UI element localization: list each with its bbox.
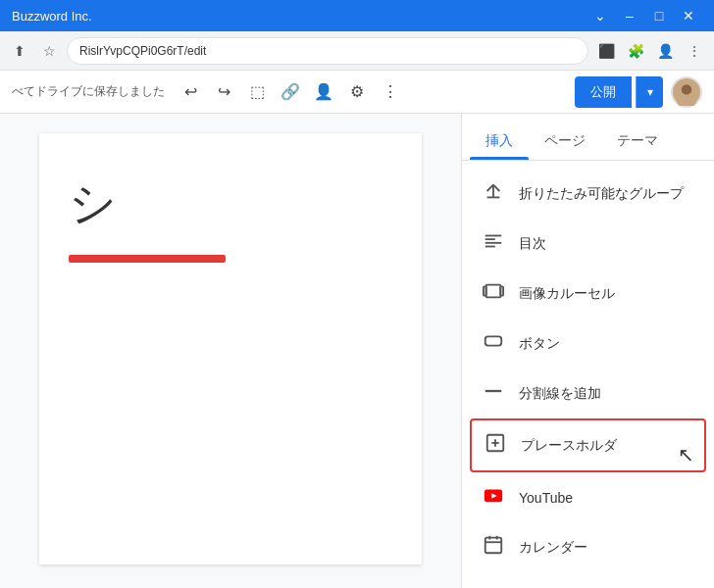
list-item[interactable]: YouTube [462,472,714,522]
svg-rect-21 [485,538,502,554]
toolbar-left: べてドライブに保存しました ↩ ↪ ⬚ 🔗 👤 ⚙ ⋮ [12,76,571,108]
youtube-label: YouTube [519,490,573,506]
minimize-btn[interactable]: – [616,2,643,29]
editor-area: シ [0,114,461,588]
bookmark-icon[interactable]: ☆ [37,39,61,63]
url-text: RislrYvpCQPi0G6rT/edit [79,44,206,58]
save-status: べてドライブに保存しました [12,83,165,100]
tab-insert[interactable]: 挿入 [470,132,529,160]
svg-rect-12 [484,286,486,295]
title-bar-left: Buzzword Inc. [12,9,92,24]
svg-line-5 [493,185,499,191]
undo-button[interactable]: ↩ [175,76,206,108]
carousel-icon [482,280,505,307]
main-area: シ 挿入 ページ テーマ 折りたたみ可能なグループ [0,114,714,588]
add-person-button[interactable]: 👤 [308,76,339,108]
settings-button[interactable]: ⚙ [341,76,373,108]
list-item[interactable]: ボタン [462,318,714,368]
address-bar: ⬆ ☆ RislrYvpCQPi0G6rT/edit ⬛ 🧩 👤 ⋮ [0,31,714,71]
collapse-label: 折りたたみ可能なグループ [519,185,684,203]
svg-rect-13 [500,286,503,295]
svg-rect-14 [485,336,502,345]
maximize-btn[interactable]: □ [645,2,673,29]
user-avatar[interactable] [671,76,702,108]
link-button[interactable]: 🔗 [275,76,306,108]
carousel-label: 画像カルーセル [519,285,615,303]
youtube-icon [482,484,505,511]
panel-items: 折りたたみ可能なグループ 目次 [462,161,714,588]
panel-tabs: 挿入 ページ テーマ [462,114,714,161]
list-item[interactable]: 目次 [462,219,714,269]
button-label: ボタン [519,335,560,353]
extensions-icon[interactable]: 🧩 [624,39,647,63]
more-icon[interactable]: ⋮ [683,39,706,63]
divider-label: 分割線を追加 [519,385,601,403]
placeholder-label: プレースホルダ [521,437,617,455]
toolbar: べてドライブに保存しました ↩ ↪ ⬚ 🔗 👤 ⚙ ⋮ 公開 ▾ [0,71,714,114]
list-item-placeholder[interactable]: プレースホルダ ↖ [470,418,706,472]
window-controls: ⌄ – □ ✕ [586,2,702,29]
red-bar-decoration [69,255,226,263]
svg-line-4 [487,185,493,191]
chevron-btn[interactable]: ⌄ [586,2,614,29]
calendar-icon [482,534,505,561]
list-item[interactable]: 画像カルーセル [462,269,714,318]
collapse-icon [482,180,505,207]
toc-icon [482,230,505,257]
app-title: Buzzword Inc. [12,9,92,24]
page-canvas: シ [39,133,422,564]
svg-rect-11 [486,285,501,298]
cursor-icon: ↖ [678,443,694,466]
toc-label: 目次 [519,235,546,253]
share-icon[interactable]: ⬆ [8,39,31,63]
more-menu-button[interactable]: ⋮ [375,76,406,108]
placeholder-icon [484,432,507,459]
close-btn[interactable]: ✕ [675,2,702,29]
list-item[interactable]: 折りたたみ可能なグループ [462,169,714,219]
right-panel: 挿入 ページ テーマ 折りたたみ可能なグループ [461,114,714,588]
svg-point-1 [682,84,692,95]
tab-theme[interactable]: テーマ [601,132,674,160]
url-input[interactable]: RislrYvpCQPi0G6rT/edit [67,37,588,65]
button-icon [482,330,505,357]
title-bar: Buzzword Inc. ⌄ – □ ✕ [0,0,714,31]
list-item[interactable]: 分割線を追加 [462,368,714,418]
redo-button[interactable]: ↪ [208,76,239,108]
profile-icon[interactable]: 👤 [653,39,677,63]
cast-icon[interactable]: ⬛ [594,39,618,63]
divider-icon [482,380,505,407]
calendar-label: カレンダー [519,539,587,557]
preview-button[interactable]: ⬚ [241,76,273,108]
content-squiggle: シ [69,172,392,235]
publish-dropdown-button[interactable]: ▾ [636,76,663,108]
list-item[interactable]: カレンダー [462,522,714,572]
publish-button[interactable]: 公開 [575,76,632,108]
tab-page[interactable]: ページ [529,132,601,160]
